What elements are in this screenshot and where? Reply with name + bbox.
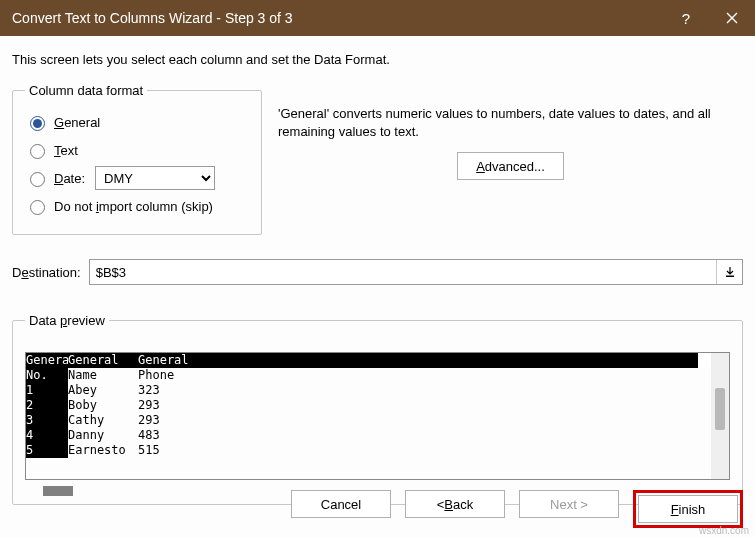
data-preview-group: Data preview GeneraGeneralGeneralNo.Name… [12,313,743,505]
data-preview-legend: Data preview [25,313,109,328]
back-button[interactable]: < Back [405,490,505,518]
column-data-format-group: Column data format General Text Date: DM… [12,83,262,235]
wizard-footer: Cancel < Back Next > Finish [291,490,743,528]
radio-skip[interactable] [30,200,45,215]
radio-date-label[interactable]: Date: [54,171,85,186]
radio-general-label[interactable]: General [54,115,100,130]
radio-general[interactable] [30,116,45,131]
format-note: 'General' converts numeric values to num… [278,105,743,140]
wizard-description: This screen lets you select each column … [12,52,743,67]
close-button[interactable] [709,0,755,36]
radio-text[interactable] [30,144,45,159]
data-preview[interactable]: GeneraGeneralGeneralNo.NamePhone1Abey323… [25,352,730,480]
radio-text-label[interactable]: Text [54,143,78,158]
title-bar: Convert Text to Columns Wizard - Step 3 … [0,0,755,36]
svg-rect-0 [726,276,734,278]
radio-skip-label[interactable]: Do not import column (skip) [54,199,213,214]
watermark: wsxdn.com [699,525,749,536]
range-picker-button[interactable] [716,260,742,284]
column-data-format-legend: Column data format [25,83,147,98]
finish-highlight: Finish [633,490,743,528]
radio-date[interactable] [30,172,45,187]
finish-button[interactable]: Finish [638,495,738,523]
window-title: Convert Text to Columns Wizard - Step 3 … [12,10,663,26]
advanced-button[interactable]: Advanced... [457,152,564,180]
cancel-button[interactable]: Cancel [291,490,391,518]
next-button: Next > [519,490,619,518]
preview-vertical-scrollbar[interactable] [711,353,729,479]
destination-input[interactable] [90,260,716,284]
date-format-select[interactable]: DMY [95,166,215,190]
destination-input-wrap [89,259,743,285]
range-picker-icon [724,266,736,278]
help-button[interactable]: ? [663,0,709,36]
close-icon [726,12,738,24]
destination-label: Destination: [12,265,81,280]
